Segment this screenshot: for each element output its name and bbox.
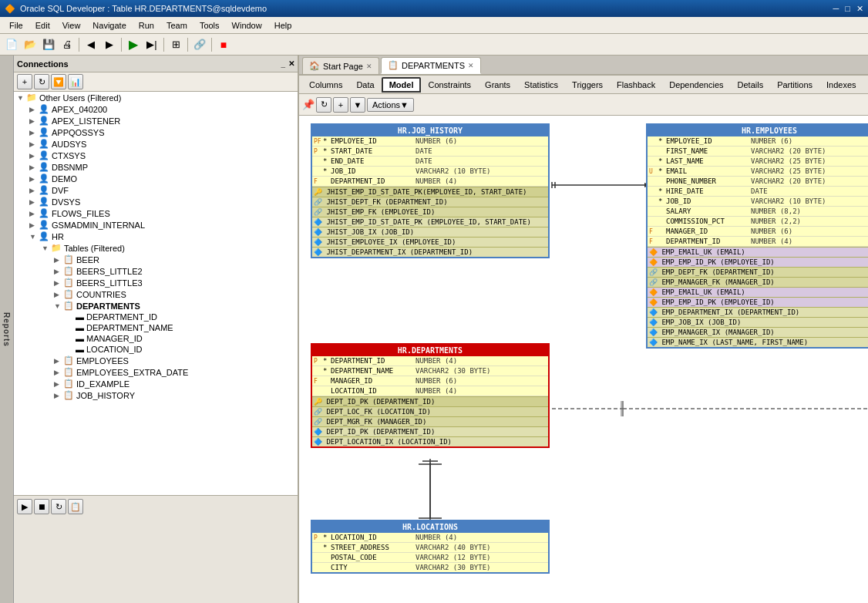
tab-departments-close[interactable]: ✕ — [468, 62, 474, 69]
forward-btn[interactable]: ▶ — [101, 36, 118, 53]
close-btn[interactable]: ✕ — [856, 4, 863, 14]
connect-btn[interactable]: 🔗 — [191, 36, 208, 53]
tree-toggle-26[interactable]: ▶ — [54, 392, 63, 399]
new-btn[interactable]: 📄 — [3, 36, 20, 53]
tab-constraints[interactable]: Constraints — [421, 77, 478, 93]
run-btn[interactable]: ▶ — [125, 36, 142, 53]
tab-columns[interactable]: Columns — [302, 77, 349, 93]
tree-toggle-24[interactable]: ▶ — [54, 369, 63, 376]
tree-toggle-15[interactable]: ▶ — [54, 268, 63, 275]
tree-toggle-25[interactable]: ▶ — [54, 380, 63, 388]
tree-node-audsys[interactable]: ▶👤AUDSYS — [14, 138, 298, 150]
menu-window[interactable]: Window — [226, 19, 268, 32]
tree-node-tables-(filtered)[interactable]: ▼📁Tables (Filtered) — [14, 242, 298, 254]
tree-node-id_example[interactable]: ▶📋ID_EXAMPLE — [14, 378, 298, 389]
tree-toggle-23[interactable]: ▶ — [54, 357, 63, 365]
print-btn[interactable]: 🖨 — [59, 36, 76, 53]
tab-grants[interactable]: Grants — [478, 77, 517, 93]
tree-toggle-14[interactable]: ▶ — [54, 256, 63, 264]
menu-view[interactable]: View — [56, 19, 87, 32]
tree-node-department_name[interactable]: ▬DEPARTMENT_NAME — [14, 322, 298, 333]
sb-btn1[interactable]: ▶ — [17, 499, 32, 514]
tab-triggers[interactable]: Triggers — [565, 77, 610, 93]
tree-node-appqossys[interactable]: ▶👤APPQOSSYS — [14, 126, 298, 138]
tree-toggle-2[interactable]: ▶ — [29, 117, 39, 125]
tree-node-demo[interactable]: ▶👤DEMO — [14, 173, 298, 184]
tree-node-job_history[interactable]: ▶📋JOB_HISTORY — [14, 389, 298, 401]
tree-toggle-9[interactable]: ▶ — [29, 198, 39, 206]
tab-details[interactable]: Details — [731, 77, 771, 93]
tree-toggle-3[interactable]: ▶ — [29, 129, 39, 136]
tree-toggle-17[interactable]: ▶ — [54, 291, 63, 298]
run-arrow-btn[interactable]: ▶| — [143, 36, 160, 53]
connection-tree[interactable]: ▼📁Other Users (Filtered)▶👤APEX_040200▶👤A… — [14, 92, 298, 495]
tree-node-hr[interactable]: ▼👤HR — [14, 231, 298, 242]
tree-node-dvsys[interactable]: ▶👤DVSYS — [14, 196, 298, 207]
menu-help[interactable]: Help — [268, 19, 298, 32]
tree-node-beer[interactable]: ▶📋BEER — [14, 254, 298, 265]
tree-toggle-4[interactable]: ▶ — [29, 140, 39, 148]
tree-node-other-users-(filtered)[interactable]: ▼📁Other Users (Filtered) — [14, 92, 298, 103]
tab-flashback[interactable]: Flashback — [610, 77, 662, 93]
minimize-btn[interactable]: ─ — [833, 4, 839, 14]
model-refresh-btn[interactable]: ↻ — [316, 97, 331, 113]
tree-node-location_id[interactable]: ▬LOCATION_ID — [14, 344, 298, 355]
tree-toggle-18[interactable]: ▼ — [54, 302, 63, 310]
model-canvas[interactable]: HR.JOB_HISTORY PF * EMPLOYEE_ID NUMBER (… — [299, 116, 868, 603]
filter-btn[interactable]: 🔽 — [51, 74, 66, 89]
tree-node-countries[interactable]: ▶📋COUNTRIES — [14, 288, 298, 300]
menu-file[interactable]: File — [3, 19, 29, 32]
tree-toggle-7[interactable]: ▶ — [29, 175, 39, 183]
menu-team[interactable]: Team — [160, 19, 193, 32]
tab-start-close[interactable]: ✕ — [366, 62, 372, 70]
menu-tools[interactable]: Tools — [193, 19, 226, 32]
tree-node-gsmadmin_internal[interactable]: ▶👤GSMADMIN_INTERNAL — [14, 219, 298, 231]
grid-btn[interactable]: ⊞ — [167, 36, 184, 53]
tree-node-flows_files[interactable]: ▶👤FLOWS_FILES — [14, 207, 298, 219]
sb-btn2[interactable]: ⏹ — [34, 499, 49, 514]
tab-dependencies[interactable]: Dependencies — [662, 77, 730, 93]
menu-run[interactable]: Run — [133, 19, 160, 32]
tree-toggle-1[interactable]: ▶ — [29, 106, 39, 113]
actions-btn[interactable]: Actions▼ — [367, 98, 414, 112]
tree-toggle-12[interactable]: ▼ — [29, 233, 39, 241]
tree-node-employees_extra_date[interactable]: ▶📋EMPLOYEES_EXTRA_DATE — [14, 366, 298, 378]
model-dropdown-btn[interactable]: ▼ — [350, 97, 365, 113]
tree-node-department_id[interactable]: ▬DEPARTMENT_ID — [14, 312, 298, 322]
tree-toggle-16[interactable]: ▶ — [54, 279, 63, 287]
tab-partitions[interactable]: Partitions — [770, 77, 819, 93]
menu-edit[interactable]: Edit — [29, 19, 56, 32]
tree-node-dbsnmp[interactable]: ▶👤DBSNMP — [14, 161, 298, 173]
stop-btn[interactable]: ■ — [215, 36, 232, 53]
tab-data[interactable]: Data — [349, 77, 381, 93]
tab-model[interactable]: Model — [382, 77, 422, 93]
sb-btn4[interactable]: 📋 — [68, 499, 83, 514]
tree-node-ctxsys[interactable]: ▶👤CTXSYS — [14, 150, 298, 161]
pin-icon[interactable]: 📌 — [302, 99, 315, 110]
tree-node-departments[interactable]: ▼📋DEPARTMENTS — [14, 300, 298, 312]
tree-node-apex_040200[interactable]: ▶👤APEX_040200 — [14, 103, 298, 115]
model-add-btn[interactable]: + — [333, 97, 348, 113]
tab-indexes[interactable]: Indexes — [819, 77, 863, 93]
schema-browser-btn[interactable]: 📊 — [68, 74, 83, 89]
sidebar-close-btn[interactable]: ✕ — [288, 59, 294, 68]
tree-toggle-10[interactable]: ▶ — [29, 210, 39, 217]
tree-toggle-11[interactable]: ▶ — [29, 221, 39, 229]
tree-node-manager_id[interactable]: ▬MANAGER_ID — [14, 333, 298, 344]
maximize-btn[interactable]: □ — [845, 4, 850, 14]
back-btn[interactable]: ◀ — [82, 36, 99, 53]
add-connection-btn[interactable]: + — [17, 74, 32, 89]
tab-statistics[interactable]: Statistics — [517, 77, 565, 93]
save-btn[interactable]: 💾 — [40, 36, 57, 53]
sb-btn3[interactable]: ↻ — [51, 499, 66, 514]
open-btn[interactable]: 📂 — [22, 36, 39, 53]
tab-departments[interactable]: 📋 DEPARTMENTS ✕ — [381, 57, 481, 74]
tree-toggle-5[interactable]: ▶ — [29, 152, 39, 160]
tree-toggle-13[interactable]: ▼ — [42, 244, 51, 252]
tab-start-page[interactable]: 🏠 Start Page ✕ — [302, 57, 379, 74]
tree-toggle-0[interactable]: ▼ — [17, 94, 26, 102]
tree-node-dvf[interactable]: ▶👤DVF — [14, 184, 298, 196]
tree-toggle-6[interactable]: ▶ — [29, 163, 39, 171]
tree-toggle-8[interactable]: ▶ — [29, 187, 39, 194]
tree-node-employees[interactable]: ▶📋EMPLOYEES — [14, 355, 298, 366]
